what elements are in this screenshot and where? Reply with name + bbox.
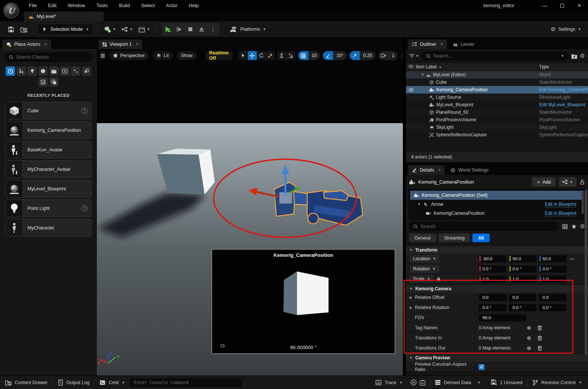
edit-in-blueprint-link[interactable]: Edit in Blueprint xyxy=(545,202,576,207)
outliner-column-header[interactable]: Item Label▲ Type xyxy=(406,62,588,71)
location-x-field[interactable]: -50.0 xyxy=(479,255,507,262)
help-icon[interactable]: ? xyxy=(81,205,87,211)
chevron-down-icon[interactable]: ▼ xyxy=(561,54,564,58)
place-item-mycharacter-avatar[interactable]: MyCharacter_Avatar xyxy=(5,160,92,178)
category-media-icon[interactable] xyxy=(60,66,69,76)
minimize-button[interactable]: — xyxy=(536,0,553,11)
camera-preview-section-header[interactable]: ▼ Camera Preview xyxy=(406,353,588,362)
outliner-search[interactable]: ▼ xyxy=(422,51,568,60)
place-item-mycharacter[interactable]: MyCharacter xyxy=(5,219,92,237)
rotation-y-field[interactable]: 0.0 ° xyxy=(509,265,537,273)
eject-button[interactable] xyxy=(196,24,207,35)
relative-rotation-z-field[interactable]: 0.0 ° xyxy=(539,304,567,311)
output-log-button[interactable]: Output Log xyxy=(53,376,95,389)
scale-y-field[interactable]: 1.0 xyxy=(509,276,537,283)
scale-tool-icon[interactable] xyxy=(266,51,275,60)
component-row-self[interactable]: Kemorig_CameraPosition (Self) xyxy=(410,191,584,200)
lit-dropdown[interactable]: Lit xyxy=(152,51,173,60)
save-icon[interactable] xyxy=(5,23,17,35)
outliner-row-mylevel-blueprint[interactable]: MyLevel_Blueprint Edit MyLevel_Blueprint xyxy=(406,101,588,109)
unsaved-button[interactable]: 1 Unsaved xyxy=(486,376,528,389)
scale-snap-value[interactable]: 0.25 xyxy=(360,51,375,60)
viewport-canvas[interactable]: Z Y X Perspective Lit xyxy=(97,50,403,375)
world-coordinate-icon[interactable] xyxy=(277,51,286,60)
grid-snap-value[interactable]: 10 xyxy=(308,51,320,60)
maximize-button[interactable] xyxy=(553,0,571,11)
place-actors-search[interactable] xyxy=(5,53,92,62)
menu-window[interactable]: Window xyxy=(62,0,90,11)
location-space-combo[interactable]: Location▼ xyxy=(410,255,439,263)
grid-snap-control[interactable]: 10 xyxy=(298,51,320,60)
add-element-icon[interactable]: ⊕ xyxy=(527,335,531,341)
outliner-row-skylight[interactable]: SkyLight SkyLight xyxy=(406,124,588,131)
reset-to-default-icon[interactable]: ↩ xyxy=(570,256,574,262)
clear-map-trash-icon[interactable] xyxy=(537,345,542,351)
relative-offset-y-field[interactable]: 0.0 xyxy=(509,294,537,301)
add-element-icon[interactable]: ⊕ xyxy=(527,345,531,351)
property-matrix-icon[interactable] xyxy=(562,224,568,229)
rotation-space-combo[interactable]: Rotation▼ xyxy=(410,265,439,273)
scale-space-combo[interactable]: Scale▼ xyxy=(410,275,434,283)
place-item-kemorig-cameraposition[interactable]: Kemorig_CameraPosition xyxy=(5,121,92,139)
component-row-kemorigcameraposition[interactable]: KemorigCameraPosition Edit in Blueprint xyxy=(409,209,585,218)
outliner-row-planeround[interactable]: PlaneRound_50 StaticMeshActor xyxy=(406,109,588,116)
lock-open-icon[interactable] xyxy=(579,179,585,185)
outliner-settings-gear-icon[interactable]: ⚙ xyxy=(580,53,585,59)
outliner-row-postprocessvolume[interactable]: PostProcessVolume PostProcessVolume xyxy=(406,116,588,124)
content-drawer-button[interactable]: Content Drawer xyxy=(0,376,53,389)
console-command-input[interactable] xyxy=(130,378,242,387)
visibility-eye-icon[interactable] xyxy=(406,88,416,92)
tab-world-settings[interactable]: World Settings xyxy=(447,165,492,175)
filter-streaming-button[interactable]: Streaming xyxy=(439,234,470,242)
surface-snapping-icon[interactable] xyxy=(286,51,295,60)
component-tree-scrollbar[interactable] xyxy=(582,191,584,214)
outliner-filter-icon[interactable]: ▼ xyxy=(409,54,419,58)
relative-rotation-y-field[interactable]: 0.0 ° xyxy=(509,304,537,311)
edit-blueprint-link[interactable]: Edit MyLevel_Blueprint xyxy=(539,102,585,107)
realtime-off-badge[interactable]: Realtime Off xyxy=(205,51,233,60)
rotation-z-field[interactable]: 0.0 ° xyxy=(539,265,567,273)
menu-actor[interactable]: Actor xyxy=(160,0,183,11)
relative-offset-x-field[interactable]: 0.0 xyxy=(479,294,507,301)
maximize-viewport-icon[interactable] xyxy=(401,51,403,60)
viewport-options-menu-icon[interactable] xyxy=(100,51,105,60)
tab-details[interactable]: Details × xyxy=(408,165,445,175)
scale-snap-control[interactable]: 0.25 xyxy=(350,51,375,60)
component-row-arrow[interactable]: ▼ Arrow Edit in Blueprint xyxy=(409,200,585,209)
move-tool-icon[interactable] xyxy=(248,51,257,60)
close-icon[interactable]: × xyxy=(44,42,47,47)
filter-all-button[interactable]: All xyxy=(472,234,489,242)
camera-speed-control[interactable]: 1 xyxy=(378,51,398,60)
add-component-button[interactable]: + Add xyxy=(532,177,556,187)
scale-x-field[interactable]: 1.0 xyxy=(479,276,507,283)
outliner-row-light-source[interactable]: Light Source DirectionalLight xyxy=(406,93,588,101)
menu-select[interactable]: Select xyxy=(136,0,160,11)
place-item-basekun-avatar[interactable]: BaseKun_Avatar xyxy=(5,141,92,158)
clear-array-trash-icon[interactable] xyxy=(537,335,542,341)
help-icon[interactable]: ? xyxy=(81,108,87,114)
platforms-dropdown[interactable]: Platforms ▼ xyxy=(227,26,269,33)
collapse-arrow-icon[interactable]: ▼ xyxy=(421,73,424,77)
scale-lock-icon[interactable] xyxy=(436,277,441,282)
rotation-snap-control[interactable]: 10° xyxy=(323,51,347,60)
add-actor-dropdown[interactable]: ▼ xyxy=(101,23,119,35)
edit-in-blueprint-link[interactable]: Edit in Blueprint xyxy=(545,211,576,216)
eye-column-icon[interactable] xyxy=(406,65,416,69)
details-search-input[interactable] xyxy=(421,224,555,229)
blueprints-dropdown[interactable]: ▼ xyxy=(119,23,136,35)
show-dropdown[interactable]: Show xyxy=(177,51,197,60)
menu-build[interactable]: Build xyxy=(113,0,136,11)
place-item-mylevel-blueprint[interactable]: MyLevel_Blueprint xyxy=(5,180,92,198)
location-z-field[interactable]: 50.0 xyxy=(539,255,567,262)
play-button[interactable] xyxy=(163,24,173,35)
revision-control-dropdown[interactable]: Revision Control ▼ xyxy=(528,376,588,389)
content-browser-icon[interactable] xyxy=(17,23,30,35)
tab-outliner[interactable]: Outliner × xyxy=(408,39,447,49)
expand-arrow-icon[interactable]: ▶ xyxy=(410,306,412,309)
category-cinematic-icon[interactable] xyxy=(49,66,59,76)
cinematics-dropdown[interactable]: ▼ xyxy=(136,23,153,35)
stop-button[interactable] xyxy=(185,24,196,35)
outliner-search-input[interactable] xyxy=(433,53,558,59)
tab-place-actors[interactable]: Place Actors × xyxy=(2,39,51,49)
outliner-row-mylevel[interactable]: ▼ MyLevel (Editor) World xyxy=(406,71,588,78)
